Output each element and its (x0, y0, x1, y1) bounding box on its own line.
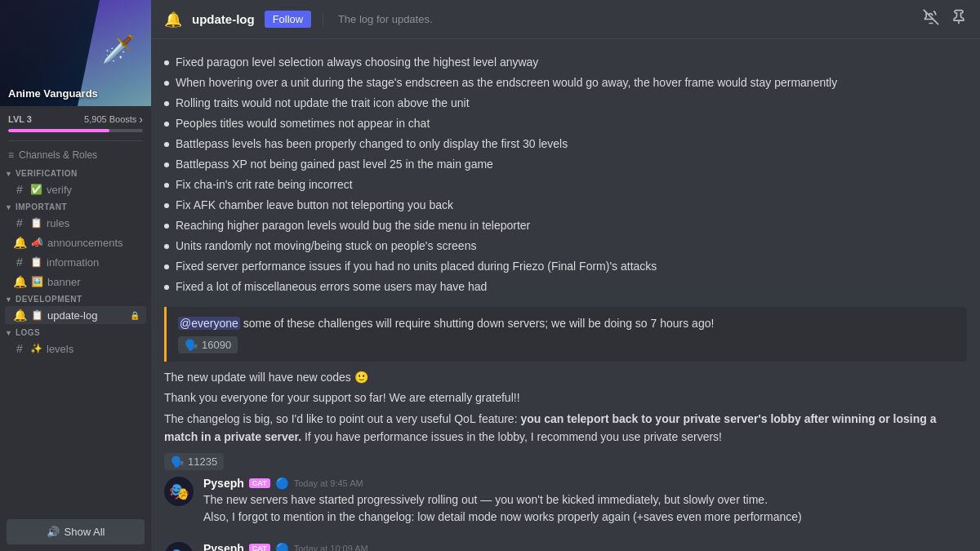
category-development[interactable]: ▼ DEVELOPMENT (0, 291, 151, 305)
list-item: Reaching higher paragon levels would bug… (164, 216, 967, 236)
bullet-dot (164, 244, 169, 249)
message-header-pyseph-1: Pyseph Cat 🔵 Today at 9:45 AM (203, 477, 967, 490)
pin-icon[interactable] (951, 9, 967, 29)
channel-item-information[interactable]: # 📋 information (5, 253, 146, 271)
message-content-pyseph-1: Pyseph Cat 🔵 Today at 9:45 AM The new se… (203, 477, 967, 526)
channel-name-levels: levels (47, 343, 140, 355)
channels-roles-label: Channels & Roles (19, 149, 97, 161)
boost-bar-bg (8, 129, 143, 132)
channel-hash-icon-rules: # (13, 216, 26, 229)
server-banner: 🗡️ Anime Vanguards (0, 0, 151, 106)
level-label: LVL 3 (8, 114, 32, 124)
bulletin-text: Battlepass levels has been properly chan… (176, 136, 568, 153)
avatar-pyseph-2: 🎭 (164, 542, 194, 551)
list-item: Fix AFK chamber leave button not telepor… (164, 195, 967, 216)
channel-announce-icon-update-log: 🔔 (13, 309, 27, 322)
bullet-dot (164, 142, 169, 147)
server-name: Anime Vanguards (8, 87, 98, 100)
reaction-button-1[interactable]: 🗣️ 16090 (178, 336, 238, 353)
category-important[interactable]: ▼ IMPORTANT (0, 199, 151, 213)
sidebar: 🗡️ Anime Vanguards LVL 3 5,905 Boosts ≡ … (0, 0, 151, 551)
message-header-pyseph-2: Pyseph Cat 🔵 Today at 10:09 AM (203, 542, 967, 551)
message-row-2: 🎭 Pyseph Cat 🔵 Today at 10:09 AM Two of … (164, 542, 967, 551)
list-item: Units randomly not moving/being stuck on… (164, 236, 967, 256)
show-all-button[interactable]: 🔊 Show All (7, 519, 145, 544)
channel-name-banner: banner (47, 276, 140, 288)
message-text-pyseph-1a: The new servers have started progressive… (203, 491, 967, 509)
channels-roles-button[interactable]: ≡ Channels & Roles (0, 144, 151, 166)
message-author-pyseph-1: Pyseph (203, 477, 244, 490)
category-arrow-logs: ▼ (5, 329, 12, 337)
channel-emoji-update-log: 📋 (31, 309, 43, 321)
verified-icon-1: 🔵 (275, 477, 289, 490)
list-item: Fixed server performance issues if you h… (164, 256, 967, 277)
main-content: 🔔 update-log Follow | The log for update… (151, 0, 980, 551)
notification-muted-icon[interactable] (923, 9, 939, 29)
bulletin-list: Fixed paragon level selection always cho… (164, 52, 967, 297)
bullet-dot (164, 203, 169, 208)
header-description: The log for updates. (338, 13, 433, 25)
bulletin-text: Fixed server performance issues if you h… (176, 258, 657, 275)
channel-item-banner[interactable]: 🔔 🖼️ banner (5, 273, 146, 291)
bullet-dot (164, 224, 169, 229)
channel-lock-icon: 🔒 (130, 311, 140, 320)
plain-message-1: The new update will have new codes 🙂 (164, 368, 967, 386)
sidebar-divider (8, 140, 143, 141)
follow-button[interactable]: Follow (265, 11, 312, 28)
bulletin-text: Fixed paragon level selection always cho… (176, 54, 538, 71)
boost-bar-area: LVL 3 5,905 Boosts (0, 106, 151, 137)
bulletin-text: Fix cha-in's crit rate being incorrect (176, 176, 353, 193)
channel-item-rules[interactable]: # 📋 rules (5, 214, 146, 232)
bullet-dot (164, 60, 169, 65)
bullet-dot (164, 162, 169, 167)
channel-hash-icon: # (13, 183, 26, 196)
bulletin-text: Units randomly not moving/being stuck on… (176, 238, 476, 255)
verified-icon-2: 🔵 (275, 542, 289, 551)
channel-item-update-log[interactable]: 🔔 📋 update-log 🔒 (5, 306, 146, 324)
category-label-development: DEVELOPMENT (16, 295, 82, 304)
plain-message-2: Thank you everyone for your support so f… (164, 389, 967, 407)
channel-emoji-banner: 🖼️ (31, 276, 43, 287)
channel-item-announcements[interactable]: 🔔 📣 announcements (5, 233, 146, 251)
channel-emoji-information: 📋 (30, 256, 42, 268)
category-label-verification: VERIFICATION (16, 169, 78, 178)
category-arrow-important: ▼ (5, 203, 12, 211)
list-item: Fixed a lot of miscellaneous errors some… (164, 277, 967, 297)
show-all-label: Show All (65, 526, 105, 538)
category-arrow-verification: ▼ (5, 170, 12, 178)
reaction-button-2[interactable]: 🗣️ 11235 (164, 453, 224, 470)
list-item: Peoples titles would sometimes not appea… (164, 113, 967, 134)
bullet-dot (164, 183, 169, 188)
boost-bar-fill (8, 129, 109, 132)
channel-name-information: information (47, 256, 140, 269)
boost-count[interactable]: 5,905 Boosts (84, 113, 143, 126)
channel-announce-icon-banner: 🔔 (13, 275, 27, 288)
channel-item-levels[interactable]: # ✨ levels (5, 340, 146, 358)
bulletin-text: Reaching higher paragon levels would bug… (176, 217, 530, 234)
bullet-dot (164, 285, 169, 290)
list-item: Fixed paragon level selection always cho… (164, 52, 967, 73)
list-item: Fix cha-in's crit rate being incorrect (164, 175, 967, 195)
reaction-count-2: 11235 (188, 455, 217, 468)
list-item: Battlepass XP not being gained past leve… (164, 154, 967, 175)
header-channel-icon: 🔔 (164, 11, 182, 29)
category-logs[interactable]: ▼ LOGS (0, 325, 151, 339)
reaction-emoji-2: 🗣️ (171, 455, 184, 468)
channel-emoji-levels: ✨ (30, 343, 42, 354)
channel-announce-icon-announcements: 🔔 (13, 236, 27, 249)
bulletin-text: Battlepass XP not being gained past leve… (176, 156, 493, 173)
channel-emoji-announcements: 📣 (31, 237, 43, 248)
message-tag-cat-1: Cat (249, 478, 270, 488)
channel-item-verify[interactable]: # ✅ verify (5, 180, 146, 198)
channel-name-announcements: announcements (47, 237, 140, 249)
messages-area: Fixed paragon level selection always cho… (151, 39, 980, 551)
category-label-important: IMPORTANT (16, 202, 67, 211)
category-label-logs: LOGS (16, 328, 40, 337)
channel-name-rules: rules (47, 217, 140, 229)
channel-emoji-verify: ✅ (30, 184, 42, 195)
category-verification[interactable]: ▼ VERIFICATION (0, 166, 151, 180)
reaction-emoji-1: 🗣️ (185, 339, 198, 351)
header-actions (923, 9, 967, 29)
channels-roles-icon: ≡ (8, 149, 14, 161)
plain-message-3: The changelog is big, so I'd like to poi… (164, 410, 967, 447)
